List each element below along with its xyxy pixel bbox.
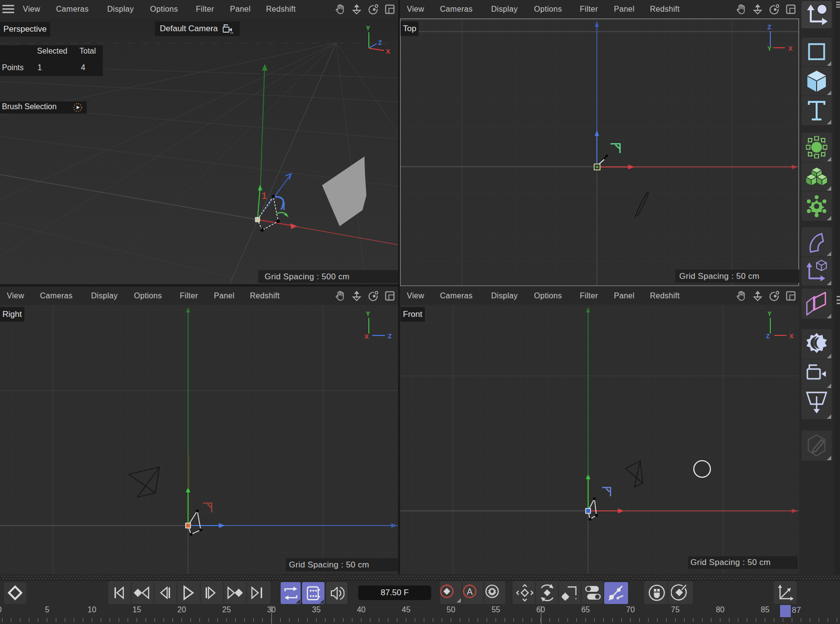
- svg-text:Y: Y: [767, 45, 772, 52]
- svg-text:1: 1: [262, 191, 267, 201]
- svg-text:A: A: [467, 587, 473, 597]
- svg-text:X: X: [788, 45, 793, 52]
- svg-text:Z: Z: [388, 332, 392, 340]
- svg-text:Y: Y: [366, 24, 370, 32]
- svg-text:Z: Z: [378, 39, 382, 46]
- svg-text:Z: Z: [766, 332, 770, 340]
- svg-text:X: X: [364, 333, 369, 340]
- svg-text:Y: Y: [366, 310, 370, 317]
- svg-text:X: X: [789, 332, 794, 340]
- svg-text:Z: Z: [767, 23, 771, 31]
- svg-text:Y: Y: [767, 310, 772, 317]
- svg-text:X: X: [386, 48, 390, 55]
